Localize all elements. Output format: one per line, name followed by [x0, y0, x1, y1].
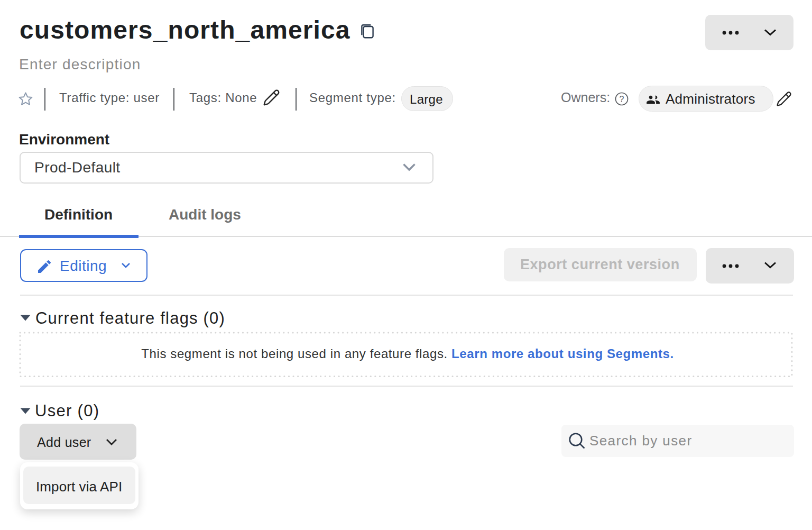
svg-text:?: ? — [620, 95, 624, 104]
